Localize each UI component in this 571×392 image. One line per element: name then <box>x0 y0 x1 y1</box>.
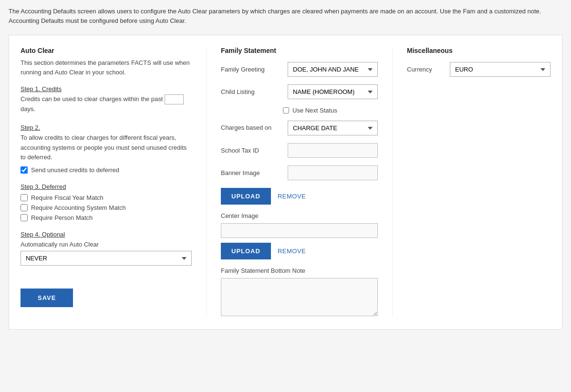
family-greeting-select[interactable]: DOE, JOHN AND JANE JOHN AND JANE DOE JOH… <box>288 62 378 77</box>
save-button[interactable]: SAVE <box>21 289 73 307</box>
center-upload-row: UPLOAD REMOVE <box>221 243 378 259</box>
use-next-status-row: Use Next Status <box>283 107 378 114</box>
require-accounting-checkbox[interactable] <box>21 204 28 211</box>
center-image-input[interactable] <box>221 223 378 238</box>
require-fiscal-row: Require Fiscal Year Match <box>21 194 192 201</box>
charges-based-on-label: Charges based on <box>221 124 283 132</box>
use-next-status-checkbox[interactable] <box>283 107 289 113</box>
currency-select[interactable]: EURO USD GBP CAD <box>450 62 550 77</box>
currency-row: Currency EURO USD GBP CAD <box>407 62 550 77</box>
auto-run-select[interactable]: NEVER DAILY WEEKLY MONTHLY <box>21 251 192 266</box>
auto-clear-section: Auto Clear This section determines the p… <box>21 47 207 318</box>
require-fiscal-label: Require Fiscal Year Match <box>31 194 104 201</box>
days-input[interactable] <box>165 94 184 104</box>
require-person-row: Require Person Match <box>21 214 192 221</box>
banner-remove-link[interactable]: REMOVE <box>278 193 306 200</box>
bottom-note-textarea[interactable] <box>221 278 378 316</box>
child-listing-label: Child Listing <box>221 88 283 95</box>
family-statement-title: Family Statement <box>221 47 378 54</box>
charges-based-on-row: Charges based on CHARGE DATE DUE DATE PO… <box>221 121 378 135</box>
send-unused-credits-row: Send unused credits to deferred <box>21 166 192 174</box>
step4-link[interactable]: Step 4. Optional <box>21 231 65 238</box>
step1-link[interactable]: Step 1. Credits <box>21 85 62 93</box>
step2-link[interactable]: Step 2. <box>21 124 40 131</box>
step3-link[interactable]: Step 3. Deferred <box>21 183 66 190</box>
bottom-note-label-row: Family Statement Bottom Note <box>221 267 378 274</box>
school-tax-id-label: School Tax ID <box>221 147 283 154</box>
auto-run-label: Automatically run Auto Clear <box>21 241 192 248</box>
center-upload-button[interactable]: UPLOAD <box>221 243 271 259</box>
require-person-checkbox[interactable] <box>21 214 28 221</box>
family-greeting-row: Family Greeting DOE, JOHN AND JANE JOHN … <box>221 62 378 77</box>
currency-label: Currency <box>407 66 445 73</box>
step4-block: Step 4. Optional Automatically run Auto … <box>21 231 192 266</box>
school-tax-id-row: School Tax ID <box>221 143 378 158</box>
deferred-options: Require Fiscal Year Match Require Accoun… <box>21 194 192 221</box>
banner-image-row: Banner Image <box>221 165 378 180</box>
banner-upload-row: UPLOAD REMOVE <box>221 188 378 205</box>
step2-block: Step 2. To allow credits to clear charge… <box>21 124 192 174</box>
top-description: The Accounting Defaults screen allows us… <box>0 0 571 30</box>
child-listing-row: Child Listing NAME (HOMEROOM) NAME ONLY … <box>221 84 378 99</box>
family-statement-section: Family Statement Family Greeting DOE, JO… <box>207 47 393 318</box>
family-greeting-label: Family Greeting <box>221 66 283 73</box>
bottom-note-label: Family Statement Bottom Note <box>221 267 305 274</box>
child-listing-select[interactable]: NAME (HOMEROOM) NAME ONLY ID NUMBER <box>288 84 378 99</box>
step2-text: To allow credits to clear charges for di… <box>21 133 192 163</box>
use-next-status-label: Use Next Status <box>292 107 337 114</box>
banner-image-input[interactable] <box>288 165 378 180</box>
charges-based-on-select[interactable]: CHARGE DATE DUE DATE POST DATE <box>288 121 378 135</box>
require-person-label: Require Person Match <box>31 214 93 221</box>
require-accounting-row: Require Accounting System Match <box>21 204 192 211</box>
step1-block: Step 1. Credits Credits can be used to c… <box>21 85 192 114</box>
center-image-label-row: Center Image <box>221 212 378 219</box>
step1-text: Credits can be used to clear charges wit… <box>21 94 192 114</box>
send-unused-credits-label: Send unused credits to deferred <box>31 166 119 174</box>
auto-clear-title: Auto Clear <box>21 47 192 54</box>
center-remove-link[interactable]: REMOVE <box>278 248 306 255</box>
school-tax-id-input[interactable] <box>288 143 378 158</box>
step3-block: Step 3. Deferred Require Fiscal Year Mat… <box>21 183 192 221</box>
miscellaneous-title: Miscellaneous <box>407 47 550 54</box>
require-fiscal-checkbox[interactable] <box>21 194 28 201</box>
banner-upload-button[interactable]: UPLOAD <box>221 188 271 205</box>
send-unused-credits-checkbox[interactable] <box>21 166 28 174</box>
auto-clear-desc: This section determines the parameters F… <box>21 58 192 77</box>
require-accounting-label: Require Accounting System Match <box>31 204 126 211</box>
center-image-label: Center Image <box>221 212 259 219</box>
miscellaneous-section: Miscellaneous Currency EURO USD GBP CAD <box>393 47 550 318</box>
banner-image-label: Banner Image <box>221 169 283 176</box>
